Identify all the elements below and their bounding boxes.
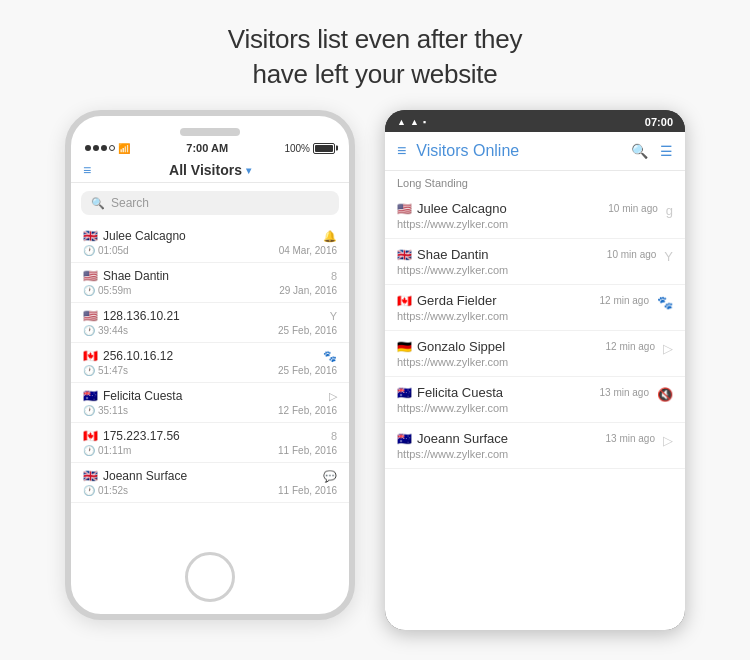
dot2 <box>93 145 99 151</box>
android-time: 07:00 <box>645 116 673 128</box>
visit-duration: 01:52s <box>98 485 128 496</box>
wifi-icon: 📶 <box>118 143 130 154</box>
android-visitor-item[interactable]: 🇩🇪 Gonzalo Sippel 12 min ago https://www… <box>385 331 685 377</box>
android-screen: ≡ Visitors Online 🔍 ☰ Long Standing 🇺🇸 J… <box>385 132 685 630</box>
visit-date: 12 Feb, 2016 <box>278 405 337 416</box>
visitor-name: Felicita Cuesta <box>103 389 182 403</box>
visitor-action-icon: g <box>666 203 673 218</box>
visit-date: 25 Feb, 2016 <box>278 325 337 336</box>
visitor-action-icon: 💬 <box>323 470 337 483</box>
visitor-name: Julee Calcagno <box>417 201 507 216</box>
ios-visitor-item[interactable]: 🇬🇧 Joeann Surface 💬 🕐 01:52s 11 Feb, 201… <box>71 463 349 503</box>
ios-visitor-item[interactable]: 🇬🇧 Julee Calcagno 🔔 🕐 01:05d 04 Mar, 201… <box>71 223 349 263</box>
visitor-name: 175.223.17.56 <box>103 429 180 443</box>
ios-phone: 📶 7:00 AM 100% ≡ All Visitors ▾ 🔍 Search <box>65 110 355 620</box>
ios-visitor-item[interactable]: 🇨🇦 175.223.17.56 8 🕐 01:11m 11 Feb, 2016 <box>71 423 349 463</box>
headline-line1: Visitors list even after they <box>228 24 522 54</box>
visitor-action-icon: 8 <box>331 430 337 442</box>
ios-nav-bar: ≡ All Visitors ▾ <box>71 158 349 183</box>
dot1 <box>85 145 91 151</box>
ios-visitor-item[interactable]: 🇺🇸 Shae Dantin 8 🕐 05:59m 29 Jan, 2016 <box>71 263 349 303</box>
ios-visitor-item[interactable]: 🇨🇦 256.10.16.12 🐾 🕐 51:47s 25 Feb, 2016 <box>71 343 349 383</box>
android-visitor-item[interactable]: 🇦🇺 Joeann Surface 13 min ago https://www… <box>385 423 685 469</box>
network-icon: ▲ <box>410 117 419 127</box>
battery-percent: 100% <box>284 143 310 154</box>
visitor-name: 256.10.16.12 <box>103 349 173 363</box>
visit-date: 11 Feb, 2016 <box>278 485 337 496</box>
clock-icon: 🕐 <box>83 365 95 376</box>
ios-chevron-icon: ▾ <box>246 165 251 176</box>
visitor-name: Felicita Cuesta <box>417 385 503 400</box>
android-visitor-item[interactable]: 🇺🇸 Julee Calcagno 10 min ago https://www… <box>385 193 685 239</box>
flag-icon: 🇨🇦 <box>397 294 412 308</box>
android-visitor-item[interactable]: 🇨🇦 Gerda Fielder 12 min ago https://www.… <box>385 285 685 331</box>
flag-icon: 🇺🇸 <box>397 202 412 216</box>
visitor-action-icon: Y <box>330 310 337 322</box>
ios-search-bar[interactable]: 🔍 Search <box>81 191 339 215</box>
visitor-name: Julee Calcagno <box>103 229 186 243</box>
clock-icon: 🕐 <box>83 445 95 456</box>
visit-duration: 01:05d <box>98 245 129 256</box>
android-status-bar: ▲ ▲ ▪ 07:00 <box>385 110 685 132</box>
visit-date: 11 Feb, 2016 <box>278 445 337 456</box>
flag-icon: 🇨🇦 <box>83 349 98 363</box>
android-hamburger-icon[interactable]: ≡ <box>397 142 406 160</box>
visitor-url: https://www.zylker.com <box>397 448 655 460</box>
clock-icon: 🕐 <box>83 325 95 336</box>
flag-icon: 🇺🇸 <box>83 309 98 323</box>
flag-icon: 🇦🇺 <box>397 432 412 446</box>
visitor-time: 10 min ago <box>607 249 656 260</box>
ios-visitor-item[interactable]: 🇺🇸 128.136.10.21 Y 🕐 39:44s 25 Feb, 2016 <box>71 303 349 343</box>
android-header-icons: 🔍 ☰ <box>631 143 673 159</box>
battery-bar <box>313 143 335 154</box>
flag-icon: 🇩🇪 <box>397 340 412 354</box>
flag-icon: 🇺🇸 <box>83 269 98 283</box>
visitor-url: https://www.zylker.com <box>397 356 655 368</box>
visitor-action-icon: 🔇 <box>657 387 673 402</box>
flag-icon: 🇨🇦 <box>83 429 98 443</box>
dot4 <box>109 145 115 151</box>
ios-visitor-item[interactable]: 🇦🇺 Felicita Cuesta ▷ 🕐 35:11s 12 Feb, 20… <box>71 383 349 423</box>
visit-duration: 05:59m <box>98 285 131 296</box>
android-filter-icon[interactable]: ☰ <box>660 143 673 159</box>
visit-duration: 01:11m <box>98 445 131 456</box>
visitor-name: Shae Dantin <box>103 269 169 283</box>
visitor-time: 12 min ago <box>606 341 655 352</box>
visitor-name: Joeann Surface <box>103 469 187 483</box>
visitor-action-icon: 🔔 <box>323 230 337 243</box>
android-visitor-item[interactable]: 🇬🇧 Shae Dantin 10 min ago https://www.zy… <box>385 239 685 285</box>
visitor-action-icon: ▷ <box>663 433 673 448</box>
ios-time: 7:00 AM <box>186 142 228 154</box>
android-phone: ▲ ▲ ▪ 07:00 ≡ Visitors Online 🔍 ☰ Long S… <box>385 110 685 630</box>
visitor-time: 12 min ago <box>600 295 649 306</box>
visitor-url: https://www.zylker.com <box>397 218 658 230</box>
flag-icon: 🇦🇺 <box>397 386 412 400</box>
visitor-time: 13 min ago <box>600 387 649 398</box>
flag-icon: 🇬🇧 <box>83 229 98 243</box>
ios-nav-title: All Visitors ▾ <box>169 162 251 178</box>
visitor-url: https://www.zylker.com <box>397 264 656 276</box>
visitor-action-icon: 🐾 <box>657 295 673 310</box>
search-placeholder: Search <box>111 196 149 210</box>
android-title: Visitors Online <box>416 142 621 160</box>
visitor-name: Gonzalo Sippel <box>417 339 505 354</box>
ios-status-left: 📶 <box>85 143 130 154</box>
clock-icon: 🕐 <box>83 485 95 496</box>
android-visitor-list: 🇺🇸 Julee Calcagno 10 min ago https://www… <box>385 193 685 630</box>
visitor-time: 10 min ago <box>608 203 657 214</box>
ios-signal-dots <box>85 145 115 151</box>
flag-icon: 🇦🇺 <box>83 389 98 403</box>
visit-duration: 51:47s <box>98 365 128 376</box>
visitor-action-icon: 8 <box>331 270 337 282</box>
visitor-action-icon: ▷ <box>329 390 337 403</box>
visit-date: 04 Mar, 2016 <box>279 245 337 256</box>
android-visitor-item[interactable]: 🇦🇺 Felicita Cuesta 13 min ago https://ww… <box>385 377 685 423</box>
android-search-icon[interactable]: 🔍 <box>631 143 648 159</box>
dot3 <box>101 145 107 151</box>
battery-fill <box>315 145 333 152</box>
visitor-name: Shae Dantin <box>417 247 489 262</box>
visitor-action-icon: ▷ <box>663 341 673 356</box>
ios-nav-title-text: All Visitors <box>169 162 242 178</box>
visitor-url: https://www.zylker.com <box>397 402 649 414</box>
ios-hamburger-icon[interactable]: ≡ <box>83 162 91 178</box>
